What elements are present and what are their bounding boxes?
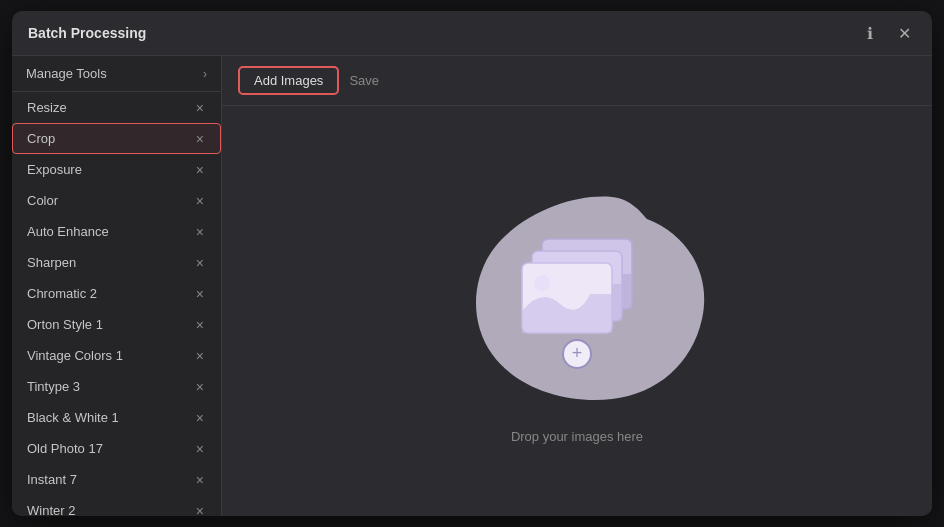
tool-item-label: Exposure <box>27 162 82 177</box>
tool-item[interactable]: Chromatic 2× <box>12 278 221 309</box>
tool-item-label: Winter 2 <box>27 503 75 516</box>
tool-item-label: Chromatic 2 <box>27 286 97 301</box>
tool-item[interactable]: Resize× <box>12 92 221 123</box>
tool-item-label: Tintype 3 <box>27 379 80 394</box>
tool-item-label: Auto Enhance <box>27 224 109 239</box>
tool-item-remove-button[interactable]: × <box>194 287 206 301</box>
tool-item[interactable]: Sharpen× <box>12 247 221 278</box>
close-button[interactable]: ✕ <box>892 21 916 45</box>
manage-tools-label: Manage Tools <box>26 66 107 81</box>
tool-item-remove-button[interactable]: × <box>194 380 206 394</box>
tool-item[interactable]: Orton Style 1× <box>12 309 221 340</box>
tool-item-remove-button[interactable]: × <box>194 132 206 146</box>
tool-item-label: Orton Style 1 <box>27 317 103 332</box>
tool-item[interactable]: Black & White 1× <box>12 402 221 433</box>
tool-item[interactable]: Tintype 3× <box>12 371 221 402</box>
modal-overlay: Batch Processing ℹ ✕ Manage Tools › Resi… <box>0 0 944 527</box>
tool-item-label: Sharpen <box>27 255 76 270</box>
tool-item[interactable]: Exposure× <box>12 154 221 185</box>
manage-tools-button[interactable]: Manage Tools › <box>12 56 221 92</box>
tool-item-label: Color <box>27 193 58 208</box>
tool-item-label: Black & White 1 <box>27 410 119 425</box>
drop-area[interactable]: + Drop your images here <box>222 106 932 516</box>
tool-item-label: Vintage Colors 1 <box>27 348 123 363</box>
tool-item[interactable]: Winter 2× <box>12 495 221 516</box>
tool-item[interactable]: Crop× <box>12 123 221 154</box>
tool-item-remove-button[interactable]: × <box>194 504 206 517</box>
modal-header: Batch Processing ℹ ✕ <box>12 11 932 56</box>
tool-item-remove-button[interactable]: × <box>194 101 206 115</box>
tool-item-label: Old Photo 17 <box>27 441 103 456</box>
tool-item-remove-button[interactable]: × <box>194 411 206 425</box>
tool-item-remove-button[interactable]: × <box>194 194 206 208</box>
tool-item-remove-button[interactable]: × <box>194 163 206 177</box>
tool-item-remove-button[interactable]: × <box>194 225 206 239</box>
tool-item-label: Crop <box>27 131 55 146</box>
toolbar: Add Images Save <box>222 56 932 106</box>
add-images-button[interactable]: Add Images <box>238 66 339 95</box>
tool-item-label: Resize <box>27 100 67 115</box>
drop-illustration: + <box>437 179 717 409</box>
info-button[interactable]: ℹ <box>858 21 882 45</box>
tool-item-remove-button[interactable]: × <box>194 349 206 363</box>
save-button[interactable]: Save <box>349 73 379 88</box>
batch-processing-modal: Batch Processing ℹ ✕ Manage Tools › Resi… <box>12 11 932 516</box>
modal-title: Batch Processing <box>28 25 146 41</box>
modal-body: Manage Tools › Resize×Crop×Exposure×Colo… <box>12 56 932 516</box>
drop-text: Drop your images here <box>511 429 643 444</box>
tool-item[interactable]: Instant 7× <box>12 464 221 495</box>
tool-item-remove-button[interactable]: × <box>194 473 206 487</box>
svg-point-5 <box>534 275 550 291</box>
plus-circle-icon: + <box>562 339 592 369</box>
tool-item[interactable]: Vintage Colors 1× <box>12 340 221 371</box>
manage-tools-chevron-icon: › <box>203 67 207 81</box>
tool-item-remove-button[interactable]: × <box>194 442 206 456</box>
tool-list: Resize×Crop×Exposure×Color×Auto Enhance×… <box>12 92 221 516</box>
main-area: Add Images Save <box>222 56 932 516</box>
header-icons: ℹ ✕ <box>858 21 916 45</box>
sidebar: Manage Tools › Resize×Crop×Exposure×Colo… <box>12 56 222 516</box>
tool-item-label: Instant 7 <box>27 472 77 487</box>
tool-item-remove-button[interactable]: × <box>194 318 206 332</box>
tool-item-remove-button[interactable]: × <box>194 256 206 270</box>
tool-item[interactable]: Old Photo 17× <box>12 433 221 464</box>
tool-item[interactable]: Auto Enhance× <box>12 216 221 247</box>
tool-item[interactable]: Color× <box>12 185 221 216</box>
